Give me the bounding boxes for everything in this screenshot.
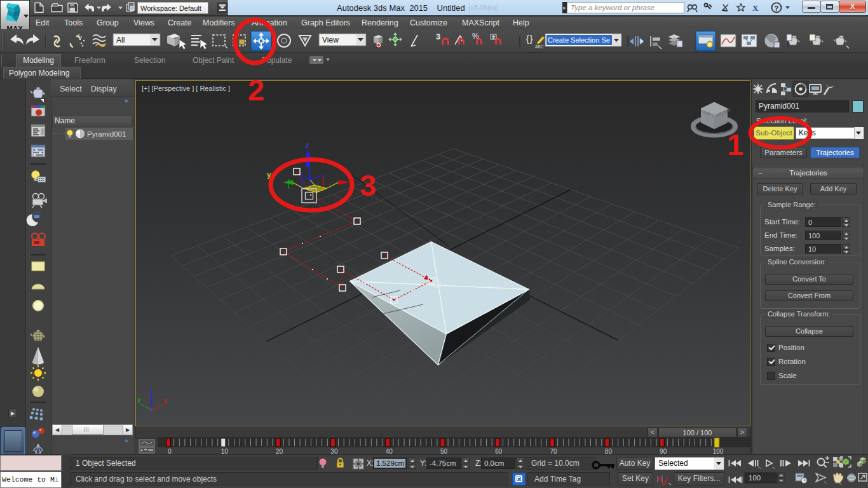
svg-text:0: 0 [168, 448, 172, 455]
svg-text:70: 70 [550, 448, 558, 455]
svg-text:View: View [322, 36, 339, 44]
svg-text:2: 2 [248, 73, 264, 107]
svg-text:80: 80 [605, 448, 613, 455]
svg-text:3: 3 [436, 32, 440, 41]
svg-text:z: z [305, 140, 309, 150]
svg-text:[+] [Perspective ] [ Realistic: [+] [Perspective ] [ Realistic ] [142, 85, 230, 92]
svg-text:x: x [163, 396, 168, 404]
svg-text:y: y [137, 395, 142, 403]
svg-text:100: 100 [713, 448, 724, 455]
svg-text:90: 90 [660, 448, 667, 455]
svg-text:40: 40 [386, 448, 393, 455]
svg-text:Create Selection Se: Create Selection Se [548, 36, 610, 44]
svg-text:3: 3 [360, 168, 376, 202]
svg-text:z: z [149, 387, 153, 395]
svg-text:{ }: { } [526, 34, 533, 44]
svg-text:30: 30 [330, 448, 338, 455]
svg-text:60: 60 [495, 448, 503, 455]
svg-text:ABC: ABC [535, 44, 544, 49]
svg-text:20: 20 [276, 448, 283, 455]
svg-text:X: X [752, 3, 759, 13]
svg-text:50: 50 [440, 448, 448, 455]
svg-text:?: ? [775, 4, 779, 12]
svg-text:All: All [116, 36, 125, 44]
svg-text:10: 10 [221, 448, 229, 455]
svg-text:100: 100 [749, 474, 761, 482]
